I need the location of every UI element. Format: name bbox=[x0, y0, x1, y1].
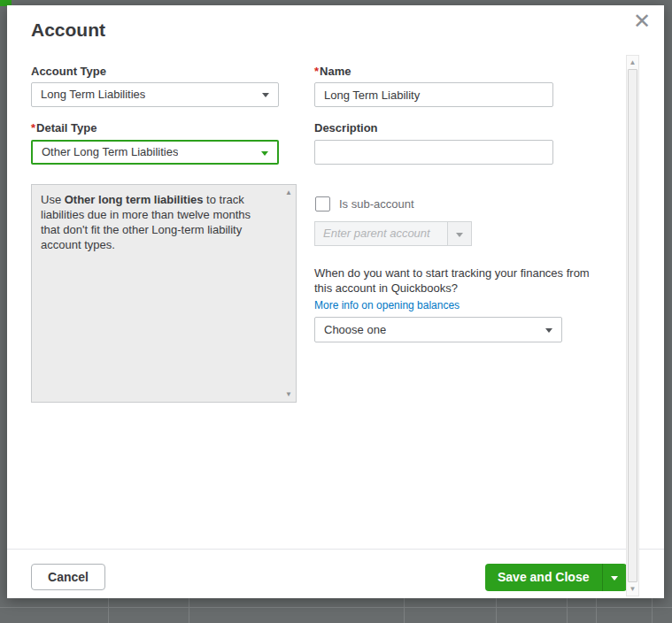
chevron-down-icon bbox=[261, 151, 268, 156]
account-dialog: Account ✕ Account Type Long Term Liabili… bbox=[7, 5, 664, 598]
save-options-dropdown[interactable] bbox=[602, 564, 627, 591]
parent-account-dropdown-button[interactable] bbox=[447, 221, 472, 246]
tracking-question: When do you want to start tracking your … bbox=[314, 265, 591, 296]
save-and-close-label: Save and Close bbox=[485, 564, 602, 591]
background-table-gridline bbox=[404, 598, 405, 623]
required-asterisk: * bbox=[314, 65, 319, 78]
detail-type-value: Other Long Term Liabilities bbox=[42, 142, 178, 163]
cancel-button[interactable]: Cancel bbox=[31, 564, 105, 590]
background-table-gridline bbox=[567, 598, 568, 623]
chevron-down-icon bbox=[456, 233, 463, 237]
is-sub-account-label: Is sub-account bbox=[339, 197, 414, 211]
dialog-scrollbar[interactable]: ▲ ▼ bbox=[626, 55, 639, 596]
background-table-gridline bbox=[189, 598, 189, 623]
start-date-value: Choose one bbox=[324, 318, 386, 342]
help-box-scrollbar[interactable]: ▲ ▼ bbox=[282, 185, 296, 402]
background-table-gridline bbox=[596, 598, 597, 623]
description-label: Description bbox=[314, 121, 378, 135]
detail-type-select[interactable]: Other Long Term Liabilities bbox=[31, 140, 279, 165]
opening-balances-link[interactable]: More info on opening balances bbox=[314, 299, 460, 312]
name-input[interactable] bbox=[314, 82, 553, 107]
close-icon[interactable]: ✕ bbox=[630, 9, 653, 34]
background-table-gridline bbox=[652, 598, 653, 623]
background-table-gridline bbox=[108, 598, 109, 623]
chevron-down-icon bbox=[611, 576, 618, 581]
required-asterisk: * bbox=[31, 121, 35, 135]
footer-divider bbox=[7, 549, 664, 550]
background-table-gridline bbox=[496, 598, 497, 623]
sub-account-row: Is sub-account bbox=[315, 196, 414, 212]
scroll-down-icon[interactable]: ▼ bbox=[627, 585, 638, 593]
chevron-down-icon bbox=[262, 93, 269, 97]
scroll-up-icon[interactable]: ▲ bbox=[282, 188, 296, 196]
dialog-title: Account bbox=[31, 19, 105, 41]
scroll-down-icon[interactable]: ▼ bbox=[282, 390, 296, 398]
name-label: *Name bbox=[314, 65, 351, 78]
parent-account-combo: Enter parent account bbox=[314, 221, 472, 246]
detail-type-description-bold: Other long term liabilities bbox=[65, 193, 204, 206]
scroll-up-icon[interactable]: ▲ bbox=[627, 58, 638, 66]
is-sub-account-checkbox[interactable] bbox=[315, 196, 330, 212]
account-type-value: Long Term Liabilities bbox=[41, 83, 145, 106]
detail-type-description-text: Use Other long term liabilities to track… bbox=[41, 192, 269, 252]
start-date-select[interactable]: Choose one bbox=[314, 317, 562, 342]
scrollbar-thumb[interactable] bbox=[628, 69, 637, 582]
save-and-close-button[interactable]: Save and Close bbox=[485, 564, 627, 591]
chevron-down-icon bbox=[545, 328, 552, 333]
parent-account-input[interactable]: Enter parent account bbox=[314, 221, 447, 246]
background-table-gridline bbox=[0, 607, 672, 608]
detail-type-description-box: Use Other long term liabilities to track… bbox=[31, 184, 297, 403]
detail-type-label: *Detail Type bbox=[31, 121, 97, 135]
description-input[interactable] bbox=[314, 140, 553, 165]
screen: Account ✕ Account Type Long Term Liabili… bbox=[0, 0, 672, 623]
account-type-label: Account Type bbox=[31, 65, 106, 78]
account-type-select[interactable]: Long Term Liabilities bbox=[31, 82, 279, 107]
